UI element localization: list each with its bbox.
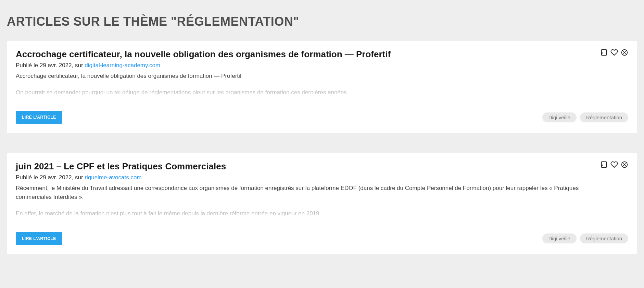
source-link[interactable]: digital-learning-academy.com xyxy=(85,62,160,69)
heart-icon[interactable] xyxy=(610,161,618,168)
svg-rect-0 xyxy=(602,50,607,56)
tag-list: Digi veille Réglementation xyxy=(542,233,628,243)
publish-date: 29 avr. 2022 xyxy=(40,174,72,181)
page-title: ARTICLES SUR LE THÈME "RÉGLEMENTATION" xyxy=(7,14,637,29)
tag-list: Digi veille Réglementation xyxy=(542,112,628,122)
source-link[interactable]: riquelme-avocats.com xyxy=(85,174,141,181)
article-meta: Publié le 29 avr. 2022, sur digital-lear… xyxy=(16,62,391,69)
article-title[interactable]: juin 2021 – Le CPF et les Pratiques Comm… xyxy=(16,161,595,172)
article-title[interactable]: Accrochage certificateur, la nouvelle ob… xyxy=(16,49,391,60)
tag-reglementation[interactable]: Réglementation xyxy=(580,112,628,122)
article-meta: Publié le 29 avr. 2022, sur riquelme-avo… xyxy=(16,174,595,181)
close-icon[interactable] xyxy=(621,161,628,168)
article-actions xyxy=(600,49,628,56)
article-card: juin 2021 – Le CPF et les Pratiques Comm… xyxy=(7,153,637,254)
meta-separator: , sur xyxy=(72,174,85,181)
close-icon[interactable] xyxy=(621,49,628,56)
meta-prefix: Publié le xyxy=(16,174,40,181)
excerpt-paragraph: On pourrait se demander pourquoi un tel … xyxy=(16,88,391,97)
svg-rect-2 xyxy=(602,162,607,168)
read-article-button[interactable]: LIRE L'ARTICLE xyxy=(16,232,62,245)
article-main: juin 2021 – Le CPF et les Pratiques Comm… xyxy=(16,161,595,226)
note-icon[interactable] xyxy=(600,161,608,168)
read-article-button[interactable]: LIRE L'ARTICLE xyxy=(16,111,62,124)
tag-reglementation[interactable]: Réglementation xyxy=(580,233,628,243)
tag-digi-veille[interactable]: Digi veille xyxy=(542,233,577,243)
heart-icon[interactable] xyxy=(610,49,618,56)
article-card: Accrochage certificateur, la nouvelle ob… xyxy=(7,41,637,133)
excerpt-paragraph: Récemment, le Ministère du Travail adres… xyxy=(16,184,595,202)
article-main: Accrochage certificateur, la nouvelle ob… xyxy=(16,49,391,105)
article-excerpt: Accrochage certificateur, la nouvelle ob… xyxy=(16,72,391,105)
excerpt-paragraph: En effet, le marché de la formation n'es… xyxy=(16,209,595,218)
article-actions xyxy=(600,161,628,168)
meta-separator: , sur xyxy=(72,62,85,69)
excerpt-paragraph: Accrochage certificateur, la nouvelle ob… xyxy=(16,72,391,81)
note-icon[interactable] xyxy=(600,49,608,56)
tag-digi-veille[interactable]: Digi veille xyxy=(542,112,577,122)
meta-prefix: Publié le xyxy=(16,62,40,69)
article-excerpt: Récemment, le Ministère du Travail adres… xyxy=(16,184,595,226)
publish-date: 29 avr. 2022 xyxy=(40,62,72,69)
